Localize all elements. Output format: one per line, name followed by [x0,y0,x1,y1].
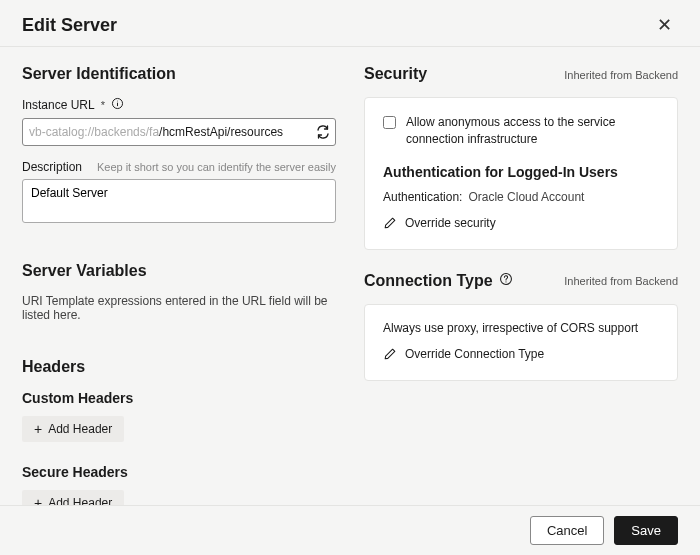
save-button[interactable]: Save [614,516,678,545]
svg-point-4 [505,281,506,282]
security-heading: Security [364,65,427,83]
instance-url-field: Instance URL * vb-catalog://backends/fa [22,97,336,146]
description-label: Description [22,160,82,174]
swap-icon[interactable] [315,124,331,140]
dialog-title: Edit Server [22,15,117,36]
dialog-header: Edit Server ✕ [0,0,700,47]
right-column: Security Inherited from Backend Allow an… [364,65,678,505]
close-icon: ✕ [657,15,672,35]
add-custom-header-button[interactable]: + Add Header [22,416,124,442]
allow-anonymous-label: Allow anonymous access to the service co… [406,114,659,148]
server-variables-heading: Server Variables [22,262,336,280]
add-secure-header-label: Add Header [48,496,112,505]
svg-point-2 [117,100,118,101]
server-identification-heading: Server Identification [22,65,336,83]
secure-headers-heading: Secure Headers [22,464,336,480]
dialog-body: Server Identification Instance URL * [0,47,700,505]
close-button[interactable]: ✕ [651,14,678,36]
override-security-link[interactable]: Override security [383,216,496,230]
plus-icon: + [34,422,42,436]
headers-heading: Headers [22,358,336,376]
connection-type-heading: Connection Type [364,272,513,290]
custom-headers-heading: Custom Headers [22,390,336,406]
override-connection-type-link[interactable]: Override Connection Type [383,347,544,361]
add-custom-header-label: Add Header [48,422,112,436]
help-icon[interactable] [499,272,513,290]
left-column: Server Identification Instance URL * [22,65,336,505]
description-input[interactable] [22,179,336,223]
security-inherited-label: Inherited from Backend [564,69,678,81]
plus-icon: + [34,496,42,505]
description-hint: Keep it short so you can identify the se… [97,161,336,173]
instance-url-prefix: vb-catalog://backends/fa [29,125,159,139]
required-marker: * [101,99,105,111]
auth-value: Oracle Cloud Account [468,190,584,204]
edit-server-dialog: Edit Server ✕ Server Identification Inst… [0,0,700,555]
instance-url-input-wrap[interactable]: vb-catalog://backends/fa [22,118,336,146]
description-field: Description Keep it short so you can ide… [22,160,336,226]
server-variables-help: URI Template expressions entered in the … [22,294,336,322]
connection-type-heading-text: Connection Type [364,272,493,290]
instance-url-label: Instance URL [22,98,95,112]
connection-type-inherited-label: Inherited from Backend [564,275,678,287]
proxy-text: Always use proxy, irrespective of CORS s… [383,321,659,335]
security-panel: Allow anonymous access to the service co… [364,97,678,250]
allow-anonymous-checkbox[interactable] [383,116,396,129]
info-icon[interactable] [111,97,124,113]
auth-heading: Authentication for Logged-In Users [383,164,659,180]
add-secure-header-button[interactable]: + Add Header [22,490,124,505]
pencil-icon [383,347,397,361]
dialog-footer: Cancel Save [0,505,700,555]
connection-type-panel: Always use proxy, irrespective of CORS s… [364,304,678,381]
instance-url-input[interactable] [159,125,309,139]
auth-key: Authentication: [383,190,462,204]
override-connection-type-label: Override Connection Type [405,347,544,361]
pencil-icon [383,216,397,230]
cancel-button[interactable]: Cancel [530,516,604,545]
override-security-label: Override security [405,216,496,230]
